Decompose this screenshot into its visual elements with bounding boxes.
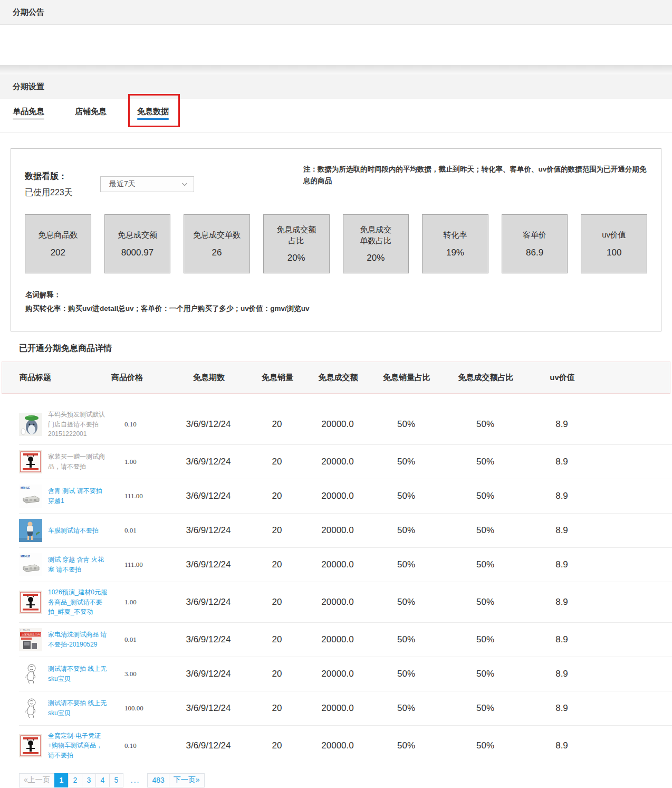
date-range-select[interactable]: 最近7天 (100, 176, 194, 192)
product-title-link: 家装买一赠一测试商品，请不要拍 (48, 452, 108, 471)
page-button-3[interactable]: 3 (82, 773, 96, 787)
product-title-link[interactable]: 车膜测试请不要拍 (48, 526, 108, 536)
date-range-selected-value: 最近7天 (109, 179, 136, 189)
announcement-header: 分期公告 (0, 0, 672, 25)
uv-value: 8.9 (527, 525, 596, 536)
interest-free-gmv: 20000.0 (306, 703, 369, 714)
table-row: 车码头预发测试默认门店自提请不要拍20151222001 0.10 3/6/9/… (19, 404, 672, 445)
interest-free-sales: 20 (248, 597, 306, 607)
interest-free-sales: 20 (248, 491, 306, 501)
pagination-group-end: 483下一页» (147, 773, 204, 787)
product-thumbnail-tmall[interactable] (19, 450, 42, 473)
settings-header: 分期设置 (0, 74, 672, 99)
uv-value: 8.9 (527, 740, 596, 751)
svg-text:MRHLE: MRHLE (21, 486, 30, 489)
stats-row: 免息商品数 202 免息成交额 8000.97 免息成交单数 26 免息成交额 … (25, 214, 647, 273)
card-divider (0, 65, 672, 74)
tab-label: 店铺免息 (75, 107, 107, 116)
uv-value: 8.9 (527, 559, 596, 570)
stat-label: 免息成交额 占比 (276, 224, 316, 246)
interest-free-periods: 3/6/9/12/24 (169, 740, 248, 751)
product-price: 0.10 (111, 742, 169, 750)
stat-value: 86.9 (526, 248, 543, 258)
uv-value: 8.9 (527, 457, 596, 467)
page-button-483[interactable]: 483 (147, 773, 169, 787)
uv-value: 8.9 (527, 597, 596, 607)
product-title-link: 车码头预发测试默认门店自提请不要拍20151222001 (48, 410, 108, 439)
product-title-link[interactable]: 测试请不要拍 线上无sku宝贝 (48, 698, 108, 718)
product-thumbnail-sketch[interactable] (19, 697, 42, 720)
stat-value: 20% (367, 253, 385, 263)
prev-page-button: «上一页 (19, 773, 55, 787)
column-header: 免息销量占比 (370, 373, 444, 383)
next-page-button[interactable]: 下一页» (169, 773, 205, 787)
interest-free-sales: 20 (248, 740, 306, 751)
product-title-link[interactable]: 含青 测试 请不要拍 穿越1 (48, 486, 108, 506)
product-thumbnail-tmall[interactable] (19, 591, 42, 614)
stat-card: uv价值 100 (581, 214, 647, 273)
gmv-ratio: 50% (443, 703, 527, 714)
tab-1[interactable]: 单品免息 (13, 99, 44, 123)
sales-ratio: 50% (369, 597, 443, 607)
tab-2[interactable]: 店铺免息 (75, 99, 107, 123)
stat-card: 免息商品数 202 (25, 214, 91, 273)
sales-ratio: 50% (369, 525, 443, 536)
interest-free-periods: 3/6/9/12/24 (169, 597, 248, 607)
product-thumbnail-tmall[interactable] (19, 734, 42, 757)
data-dashboard-panel: 数据看版： 已使用223天 最近7天 注：数据为所选取的时间段内的平均数据，截止… (11, 148, 661, 331)
product-thumbnail-appliance[interactable]: 大家电狂欢三件套| 十周年狂欢 (19, 628, 42, 651)
interest-free-periods: 3/6/9/12/24 (169, 634, 248, 645)
table-row: 测试请不要拍 线上无sku宝贝 3.00 3/6/9/12/24 20 2000… (19, 657, 672, 691)
interest-free-sales: 20 (248, 525, 306, 536)
stat-label: uv价值 (602, 230, 626, 240)
product-price: 1.00 (111, 458, 169, 466)
gmv-ratio: 50% (443, 740, 527, 751)
chevron-down-icon (181, 181, 188, 188)
page-button-5[interactable]: 5 (109, 773, 123, 787)
tab-3[interactable]: 免息数据 (137, 99, 169, 123)
gmv-ratio: 50% (443, 597, 527, 607)
product-title-link[interactable]: 全窝定制-电子凭证+购物车测试商品，请不要拍 (48, 731, 108, 761)
gmv-ratio: 50% (443, 559, 527, 570)
product-title-link[interactable]: 1026预演_建材0元服务商品_测试请不要拍_畔夏_不要动 (48, 587, 108, 617)
sales-ratio: 50% (369, 419, 443, 430)
table-row: 家装买一赠一测试商品，请不要拍 1.00 3/6/9/12/24 20 2000… (19, 445, 672, 479)
stat-card: 免息成交单数 26 (184, 214, 250, 273)
table-row: 车膜测试请不要拍 0.01 3/6/9/12/24 20 20000.0 50%… (19, 514, 672, 548)
page-button-1[interactable]: 1 (54, 773, 69, 787)
sales-ratio: 50% (369, 669, 443, 679)
interest-free-gmv: 20000.0 (306, 457, 369, 467)
product-thumbnail-mahle[interactable]: MRHLE (19, 485, 42, 508)
product-thumbnail-mahle[interactable]: MRHLE (19, 553, 42, 576)
product-thumbnail-totoro[interactable] (19, 413, 42, 436)
uv-value: 8.9 (527, 491, 596, 501)
stat-label: 免息商品数 (38, 230, 78, 240)
interest-free-periods: 3/6/9/12/24 (169, 669, 248, 679)
table-row: 全窝定制-电子凭证+购物车测试商品，请不要拍 0.10 3/6/9/12/24 … (19, 726, 672, 766)
product-price: 111.00 (111, 492, 169, 500)
tab-bar: 单品免息 店铺免息 免息数据 (0, 99, 672, 132)
page-button-2[interactable]: 2 (68, 773, 82, 787)
product-title-link[interactable]: 测试 穿越 含青 火花塞 请不要拍 (48, 555, 108, 574)
tab-active-indicator (137, 118, 169, 120)
product-thumbnail-sketch[interactable] (19, 662, 42, 686)
stat-card: 转化率 19% (422, 214, 488, 273)
stat-card: 免息成交 单数占比 20% (343, 214, 409, 273)
stat-label: 免息成交 单数占比 (360, 224, 391, 246)
page-button-4[interactable]: 4 (95, 773, 110, 787)
sales-ratio: 50% (369, 559, 443, 570)
tab-label: 免息数据 (137, 107, 169, 116)
interest-free-gmv: 20000.0 (306, 491, 369, 501)
stat-value: 19% (446, 248, 464, 258)
product-title-link[interactable]: 家电清洗测试商品 请不要拍-20190529 (48, 630, 108, 649)
uv-value: 8.9 (527, 419, 596, 430)
svg-text:MRHLE: MRHLE (21, 555, 30, 558)
interest-free-sales: 20 (248, 457, 306, 467)
sales-ratio: 50% (369, 703, 443, 714)
product-thumbnail-photo[interactable] (19, 519, 42, 542)
dashboard-label: 数据看版： (25, 171, 100, 182)
interest-free-sales: 20 (248, 703, 306, 714)
table-header-row: 商品标题商品价格免息期数免息销量免息成交额免息销量占比免息成交额占比uv价值 (2, 362, 670, 394)
pagination-group-start: «上一页12345 (19, 773, 123, 787)
product-title-link[interactable]: 测试请不要拍 线上无sku宝贝 (48, 664, 108, 683)
